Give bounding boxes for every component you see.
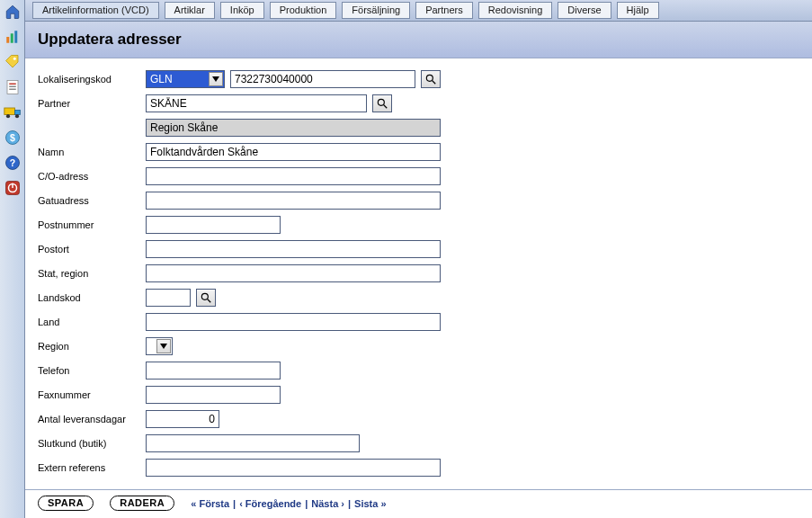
label-postnummer: Postnummer [38,219,146,230]
pager-next[interactable]: Nästa › [311,498,344,509]
land-input[interactable] [146,313,441,331]
label-extern-referens: Extern referens [38,462,146,473]
namn-input[interactable] [146,143,441,161]
report-icon[interactable] [3,77,22,97]
extern-referens-input[interactable] [146,459,441,477]
label-namn: Namn [38,147,146,157]
stat-region-input[interactable] [146,264,441,282]
label-faxnummer: Faxnummer [38,389,146,400]
tab-forsaljning[interactable]: Försäljning [342,2,410,19]
svg-text:$: $ [10,132,15,143]
pager: « Första | ‹ Föregående | Nästa › | Sist… [191,498,386,509]
svg-rect-2 [14,31,17,43]
pager-prev[interactable]: ‹ Föregående [239,498,301,509]
svg-rect-0 [6,37,9,43]
faxnummer-input[interactable] [146,386,281,404]
chevron-down-icon [156,339,171,353]
home-icon[interactable] [3,2,22,22]
chevron-down-icon [209,72,223,86]
svg-point-11 [14,114,18,118]
postnummer-input[interactable] [146,216,281,234]
landskod-input[interactable] [146,289,191,307]
svg-point-21 [378,99,384,105]
label-partner: Partner [38,98,146,109]
help-icon[interactable]: ? [3,153,22,173]
antal-leveransdagar-input[interactable] [146,410,219,428]
region-select[interactable] [146,337,173,355]
svg-line-22 [384,105,388,109]
svg-rect-7 [9,89,16,91]
svg-point-3 [13,58,15,60]
label-co: C/O-adress [38,171,146,182]
page-title: Uppdatera adresser [38,31,799,49]
tab-hjalp[interactable]: Hjälp [617,2,659,19]
svg-point-10 [5,114,9,118]
svg-rect-6 [9,86,16,88]
page-header: Uppdatera adresser [25,22,812,58]
label-stat-region: Stat, region [38,268,146,279]
tab-diverse[interactable]: Diverse [558,2,611,19]
currency-icon[interactable]: $ [3,128,22,147]
partner-code-input[interactable] [146,94,367,112]
telefon-input[interactable] [146,362,281,380]
partner-name-display: Region Skåne [146,119,441,137]
label-slutkund: Slutkund (butik) [38,438,146,449]
svg-line-24 [208,299,211,303]
pager-last[interactable]: Sista » [354,498,386,509]
svg-rect-8 [4,108,14,115]
tab-partners[interactable]: Partners [415,2,473,19]
radera-button[interactable]: RADERA [110,496,174,511]
lokaliseringskod-type-value: GLN [150,73,173,85]
gatuadress-input[interactable] [146,192,441,210]
slutkund-input[interactable] [146,434,360,452]
tab-artikelinformation[interactable]: Artikelinformation (VCD) [32,2,159,19]
svg-point-23 [201,293,208,299]
truck-icon[interactable] [3,103,22,122]
spara-button[interactable]: SPARA [38,496,94,511]
power-icon[interactable] [3,178,22,198]
bottom-bar: SPARA RADERA « Första | ‹ Föregående | N… [25,489,812,518]
landskod-lookup-button[interactable] [196,289,216,307]
svg-rect-1 [10,33,13,43]
svg-line-20 [433,81,436,85]
lokaliseringskod-lookup-button[interactable] [421,70,441,88]
postort-input[interactable] [146,240,441,258]
label-region: Region [38,341,146,352]
top-tabbar: Artikelinformation (VCD) Artiklar Inköp … [25,0,812,22]
tag-edit-icon[interactable] [3,52,22,72]
tab-inkop[interactable]: Inköp [220,2,264,19]
svg-rect-5 [9,84,16,85]
form-area: Lokaliseringskod GLN Partner [25,58,812,489]
label-lokaliseringskod: Lokaliseringskod [38,74,146,85]
partner-lookup-button[interactable] [372,94,392,112]
svg-point-19 [426,75,433,81]
label-postort: Postort [38,244,146,255]
label-landskod: Landskod [38,292,146,303]
label-gatuadress: Gatuadress [38,195,146,206]
svg-rect-9 [14,111,20,115]
bar-chart-icon[interactable] [3,27,22,47]
pager-first[interactable]: « Första [191,498,229,509]
label-land: Land [38,317,146,327]
co-adress-input[interactable] [146,167,441,185]
tab-artiklar[interactable]: Artiklar [165,2,215,19]
tab-redovisning[interactable]: Redovisning [478,2,553,19]
tab-produktion[interactable]: Produktion [270,2,337,19]
lokaliseringskod-value-input[interactable] [230,70,415,88]
label-antal-leveransdagar: Antal leveransdagar [38,414,146,424]
left-toolbar: $ ? [0,0,25,518]
label-telefon: Telefon [38,365,146,376]
lokaliseringskod-type-select[interactable]: GLN [146,70,225,88]
svg-text:?: ? [9,157,14,168]
